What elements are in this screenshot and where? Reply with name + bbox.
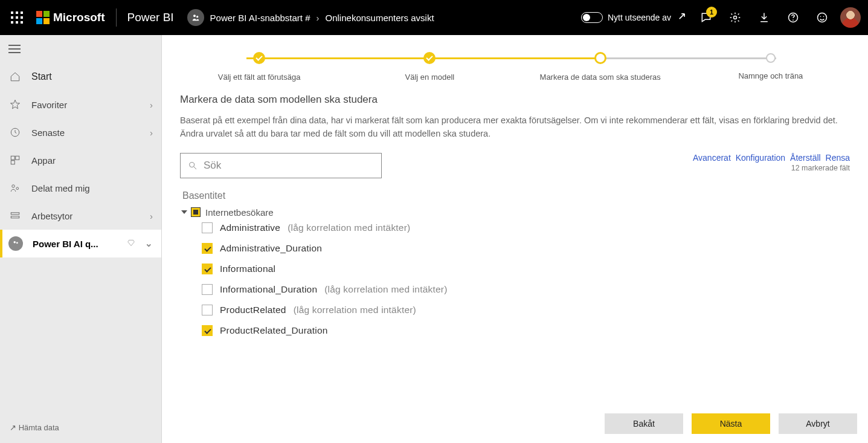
svg-point-14 [818, 13, 827, 22]
sidebar-get-data[interactable]: ↗ Hämta data [0, 417, 161, 443]
notifications-icon[interactable]: 1 [692, 3, 721, 32]
tree-item[interactable]: Informational_Duration (låg korrelation … [202, 284, 839, 295]
svg-rect-4 [16, 16, 18, 19]
step-done-icon [423, 52, 436, 64]
help-icon[interactable] [779, 3, 808, 32]
breadcrumb-page[interactable]: Onlinekonsumenters avsikt [326, 13, 434, 23]
clock-icon [8, 127, 22, 138]
tree-item-label: Informational [220, 264, 275, 274]
search-input-wrapper[interactable] [180, 153, 382, 178]
link-configuration[interactable]: Konfiguration [736, 153, 786, 163]
step-done-icon [253, 52, 265, 64]
user-avatar[interactable] [840, 7, 861, 28]
svg-rect-26 [11, 213, 19, 215]
expand-caret-icon[interactable] [181, 210, 187, 214]
section-description: Baserat på ett exempel från dina data, h… [180, 114, 850, 141]
svg-point-28 [14, 241, 16, 244]
tree-item[interactable]: Administrative_Duration [202, 243, 839, 254]
new-look-toggle[interactable]: Nytt utseende av [581, 10, 688, 25]
sidebar-item-shared[interactable]: Delat med mig [0, 174, 161, 202]
sidebar-item-label: Power BI AI q... [33, 239, 117, 249]
checkbox[interactable] [202, 243, 213, 254]
svg-point-15 [820, 16, 821, 18]
tree-item-hint: (låg korrelation med intäkter) [324, 284, 447, 295]
svg-point-10 [196, 16, 198, 18]
checkbox[interactable] [202, 222, 213, 233]
step-label: Namnge och träna [686, 71, 856, 80]
svg-point-11 [734, 16, 737, 19]
tree-item[interactable]: Informational [202, 264, 839, 274]
step-1[interactable]: Välj ett fält att förutsäga [174, 52, 344, 82]
hamburger-icon[interactable] [0, 35, 161, 63]
sidebar-item-recent[interactable]: Senaste › [0, 118, 161, 146]
svg-line-31 [194, 167, 196, 169]
step-2[interactable]: Välj en modell [344, 52, 515, 82]
svg-rect-21 [11, 156, 14, 160]
step-future-icon [766, 53, 776, 63]
search-input[interactable] [204, 160, 374, 172]
sidebar-item-start[interactable]: Start [0, 63, 161, 91]
chevron-right-icon: › [150, 211, 153, 221]
chevron-down-icon[interactable]: ⌄ [145, 238, 153, 249]
svg-point-16 [823, 16, 825, 18]
step-label: Välj en modell [344, 73, 515, 82]
product-name[interactable]: Power BI [127, 11, 174, 24]
toggle-switch-icon[interactable] [581, 12, 603, 23]
chevron-right-icon: › [150, 128, 153, 138]
workspace-avatar-icon[interactable] [187, 9, 204, 26]
back-button[interactable]: Bakåt [605, 413, 683, 434]
svg-point-25 [16, 187, 19, 190]
tree-item[interactable]: Administrative (låg korrelation med intä… [202, 222, 839, 233]
checkbox[interactable] [202, 325, 213, 336]
tree-item-label: ProductRelated [220, 305, 286, 315]
workspaces-icon [8, 210, 22, 221]
sidebar-item-favorites[interactable]: Favoriter › [0, 91, 161, 118]
top-header: Microsoft Power BI Power BI AI-snabbstar… [0, 0, 868, 35]
link-clear[interactable]: Rensa [826, 153, 850, 163]
chevron-right-icon: › [150, 100, 153, 110]
popout-icon[interactable] [676, 10, 688, 25]
sidebar-item-active-workspace[interactable]: Power BI AI q... ⌄ [0, 230, 161, 257]
feedback-icon[interactable] [808, 3, 837, 32]
sidebar-footer-label: Hämta data [19, 423, 59, 432]
cancel-button[interactable]: Avbryt [779, 413, 857, 434]
settings-icon[interactable] [721, 3, 750, 32]
sidebar-item-label: Start [31, 71, 153, 82]
checkbox[interactable] [202, 305, 213, 315]
tree-item[interactable]: ProductRelated (låg korrelation med intä… [202, 305, 839, 315]
tree-root[interactable]: Internetbesökare [182, 207, 839, 218]
get-data-icon: ↗ [10, 423, 16, 432]
app-launcher-icon[interactable] [2, 3, 31, 32]
field-tree[interactable]: Basentitet Internetbesökare Administrati… [180, 186, 850, 405]
tree-item[interactable]: ProductRelated_Duration [202, 325, 839, 336]
step-connector [423, 57, 600, 59]
sidebar-item-label: Favoriter [31, 100, 140, 110]
sidebar-item-label: Appar [31, 155, 153, 166]
checkbox[interactable] [202, 264, 213, 274]
svg-point-13 [792, 19, 794, 21]
premium-diamond-icon [127, 239, 135, 249]
step-connector [600, 57, 776, 59]
step-current-icon [594, 52, 606, 64]
step-label: Markera de data som ska studeras [515, 73, 686, 82]
step-3[interactable]: Markera de data som ska studeras [515, 52, 686, 82]
breadcrumb-workspace[interactable]: Power BI AI-snabbstart # [210, 13, 310, 23]
microsoft-logo: Microsoft [36, 11, 105, 24]
svg-rect-6 [11, 21, 13, 24]
link-advanced[interactable]: Avancerat [693, 153, 731, 163]
svg-rect-1 [16, 11, 18, 14]
step-connector [246, 57, 423, 59]
link-reset[interactable]: Återställ [790, 153, 821, 163]
download-icon[interactable] [750, 3, 779, 32]
checkbox[interactable] [202, 284, 213, 295]
checkbox-partial[interactable] [191, 207, 201, 217]
sidebar: Start Favoriter › Senaste › Appar Delat … [0, 35, 162, 443]
svg-rect-8 [21, 21, 23, 24]
selected-count: 12 markerade fält [690, 164, 850, 172]
next-button[interactable]: Nästa [692, 413, 770, 434]
wizard-stepper: Välj ett fält att förutsäga Välj en mode… [162, 35, 868, 88]
sidebar-item-workspaces[interactable]: Arbetsytor › [0, 202, 161, 230]
svg-point-30 [190, 162, 194, 167]
base-entity-label: Basentitet [182, 190, 839, 201]
sidebar-item-apps[interactable]: Appar [0, 146, 161, 174]
